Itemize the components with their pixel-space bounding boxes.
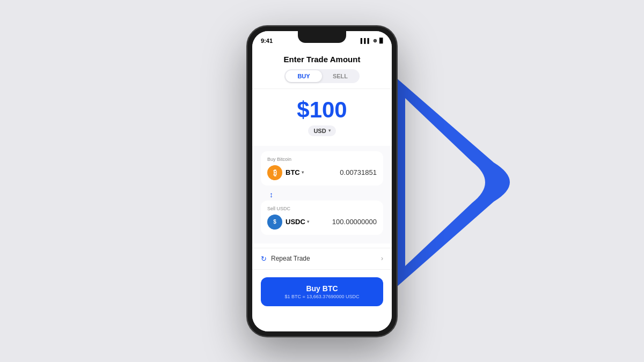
status-icons: ▌▌▌ ⊗ ▉ — [361, 38, 383, 43]
sell-pair-row: $ USDC ▾ 100.00000000 — [267, 215, 377, 230]
repeat-trade-label: Repeat Trade — [271, 255, 310, 262]
phone-screen: 9:41 ▌▌▌ ⊗ ▉ Enter Trade Amount BUY SELL — [252, 31, 392, 331]
repeat-icon: ↻ — [261, 255, 267, 263]
buy-button-label: Buy BTC — [268, 284, 376, 293]
btc-chevron-icon: ▾ — [302, 170, 304, 175]
phone-wrapper: 9:41 ▌▌▌ ⊗ ▉ Enter Trade Amount BUY SELL — [247, 26, 397, 337]
trade-amount: $100 — [261, 99, 383, 121]
swap-icon[interactable]: ↕ — [269, 190, 273, 199]
buy-pair-card: Buy Bitcoin ₿ BTC ▾ 0.00731851 — [261, 151, 383, 186]
sell-pair-left: $ USDC ▾ — [267, 215, 309, 230]
repeat-trade-left: ↻ Repeat Trade — [261, 255, 310, 263]
currency-label: USD — [313, 128, 326, 134]
buy-pair-label: Buy Bitcoin — [267, 157, 377, 162]
header-section: Enter Trade Amount BUY SELL — [252, 47, 392, 89]
trade-section: Buy Bitcoin ₿ BTC ▾ 0.00731851 — [252, 146, 392, 243]
usdc-amount: 100.00000000 — [332, 218, 377, 226]
currency-selector[interactable]: USD ▾ — [308, 125, 335, 136]
repeat-chevron-icon: › — [381, 255, 383, 262]
usdc-symbol: USDC — [286, 218, 305, 226]
sell-pair-label: Sell USDC — [267, 206, 377, 211]
btc-icon: ₿ — [267, 165, 282, 180]
screen-content: Enter Trade Amount BUY SELL $100 USD ▾ — [252, 47, 392, 331]
btc-symbol: BTC — [286, 168, 300, 176]
buy-btc-button[interactable]: Buy BTC $1 BTC = 13,663.37690000 USDC — [261, 277, 383, 306]
sell-tab[interactable]: SELL — [322, 70, 358, 82]
phone-notch — [298, 31, 346, 43]
repeat-trade-section[interactable]: ↻ Repeat Trade › — [252, 248, 392, 270]
btc-amount: 0.00731851 — [340, 168, 377, 176]
currency-chevron-icon: ▾ — [328, 128, 331, 133]
phone-frame: 9:41 ▌▌▌ ⊗ ▉ Enter Trade Amount BUY SELL — [247, 26, 397, 337]
btc-name-row[interactable]: BTC ▾ — [286, 168, 304, 176]
usdc-name-row[interactable]: USDC ▾ — [286, 218, 309, 226]
buy-sell-toggle: BUY SELL — [284, 69, 360, 83]
usdc-icon: $ — [267, 215, 282, 230]
status-time: 9:41 — [261, 38, 273, 44]
wifi-icon: ⊗ — [373, 38, 377, 43]
swap-arrow-container: ↕ — [261, 189, 383, 201]
amount-section: $100 USD ▾ — [252, 89, 392, 142]
buy-pair-row: ₿ BTC ▾ 0.00731851 — [267, 165, 377, 180]
buy-button-rate: $1 BTC = 13,663.37690000 USDC — [268, 294, 376, 299]
battery-icon: ▉ — [379, 38, 383, 43]
buy-tab[interactable]: BUY — [286, 70, 322, 82]
page-title: Enter Trade Amount — [261, 55, 383, 64]
usdc-chevron-icon: ▾ — [307, 219, 309, 224]
sell-pair-card: Sell USDC $ USDC ▾ 100.00000000 — [261, 201, 383, 235]
signal-icon: ▌▌▌ — [361, 38, 371, 43]
buy-pair-left: ₿ BTC ▾ — [267, 165, 304, 180]
buy-button-section: Buy BTC $1 BTC = 13,663.37690000 USDC — [252, 270, 392, 315]
